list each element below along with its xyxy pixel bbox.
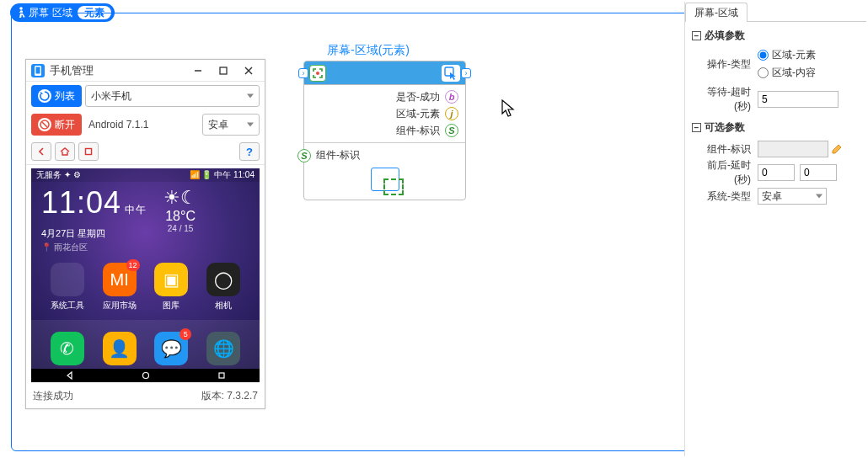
app-icon: ◯	[206, 263, 240, 296]
phone-icon	[31, 64, 45, 77]
port-bool-icon[interactable]: b	[445, 90, 458, 104]
delay-before-input[interactable]	[758, 164, 795, 181]
device-select[interactable]: 小米手机	[85, 85, 260, 107]
list-button[interactable]: 列表	[31, 85, 82, 107]
phone-clock-date: 4月27日 星期四	[41, 227, 147, 240]
app-图库[interactable]: ▣图库	[146, 263, 198, 312]
node-in-port[interactable]: S	[297, 149, 311, 162]
platform-select[interactable]: 安卓	[202, 114, 260, 136]
properties-panel: 屏幕-区域 − 必填参数 操作-类型 区域-元素 区域-内容 等待-超时(秒) …	[684, 2, 866, 456]
capture-icon	[309, 65, 326, 82]
phone-status-left: 无服务 ✦ ⚙	[36, 169, 81, 181]
node-output-port[interactable]: ›	[461, 68, 471, 78]
app-icon: 💬5	[154, 332, 188, 365]
component-id-input[interactable]	[758, 141, 828, 157]
app-dock[interactable]: 💬5	[146, 332, 198, 365]
collapse-icon: −	[692, 123, 701, 132]
wait-timeout-label: 等待-超时(秒)	[692, 85, 758, 114]
badge: 5	[179, 328, 191, 340]
app-label: 系统工具	[51, 300, 84, 312]
phone-weather: ☀︎☾ 18°C 24 / 15	[163, 189, 197, 233]
select-cursor-icon	[442, 65, 460, 82]
system-type-label: 系统-类型	[692, 189, 758, 204]
connection-status: 连接成功	[33, 389, 73, 403]
nav-recent-button[interactable]	[78, 142, 99, 161]
softkey-recent-icon	[217, 371, 226, 380]
port-string-icon[interactable]: S	[445, 124, 458, 137]
node-title: 屏幕-区域(元素)	[327, 43, 410, 58]
svg-rect-4	[220, 67, 227, 74]
node-in-id: 组件-标识	[316, 148, 360, 162]
node-input-port[interactable]: ›	[298, 68, 308, 78]
app-应用市场[interactable]: MI12应用市场	[94, 263, 146, 312]
refresh-icon	[38, 89, 51, 103]
wait-timeout-input[interactable]	[758, 91, 839, 108]
softkey-back-icon	[65, 371, 75, 380]
tab-screen-region[interactable]: 屏幕-区域	[685, 3, 747, 22]
disconnect-button-label: 断开	[55, 118, 75, 132]
app-label: 应用市场	[103, 300, 137, 312]
delay-after-input[interactable]	[800, 164, 837, 181]
collapse-icon: −	[692, 31, 701, 40]
list-button-label: 列表	[55, 89, 75, 104]
nav-home-button[interactable]	[55, 142, 75, 161]
app-dock[interactable]: 👤	[94, 332, 146, 365]
phone-softkeys[interactable]	[31, 369, 260, 382]
block-node[interactable]: › › 是否-成功b 区域-元素j 组件-标识S S 组件-标识	[303, 61, 466, 200]
badge: 12	[126, 259, 140, 271]
phone-screen[interactable]: 无服务 ✦ ⚙ 📶 🔋 中午 11:04 11:04中午 4月27日 星期四 📍…	[31, 168, 260, 382]
op-type-element[interactable]: 区域-元素	[758, 48, 816, 62]
phone-status-right: 📶 🔋 中午 11:04	[190, 169, 255, 181]
node-out-id: 组件-标识	[396, 124, 440, 138]
app-dock[interactable]: 🌐	[197, 332, 249, 365]
phone-clock-time: 11:04中午	[41, 189, 147, 224]
component-id-label: 组件-标识	[692, 142, 758, 157]
svg-rect-9	[86, 149, 92, 155]
app-dock[interactable]: ✆	[41, 332, 94, 365]
region-select-icon	[371, 168, 399, 191]
group-required[interactable]: − 必填参数	[692, 29, 860, 43]
op-type-label: 操作-类型	[692, 57, 758, 72]
system-type-select[interactable]: 安卓	[758, 188, 827, 205]
maximize-button[interactable]	[211, 61, 236, 81]
platform-selected: 安卓	[208, 118, 228, 132]
phone-manager-window[interactable]: 手机管理 列表 小米手机 断开 Android 7.1.1 安卓	[25, 59, 265, 409]
help-button[interactable]: ?	[239, 142, 260, 161]
group-optional[interactable]: − 可选参数	[692, 120, 860, 135]
nav-back-button[interactable]	[31, 142, 51, 161]
window-title: 手机管理	[50, 63, 185, 78]
svg-point-0	[19, 7, 23, 10]
svg-rect-11	[219, 373, 224, 378]
delay-label: 前后-延时(秒)	[692, 158, 758, 187]
android-version: Android 7.1.1	[85, 119, 199, 130]
svg-line-8	[42, 122, 47, 127]
app-icon: ▣	[154, 263, 188, 296]
app-系统工具[interactable]: 系统工具	[41, 263, 94, 312]
stop-icon	[38, 118, 51, 131]
node-out-success: 是否-成功	[396, 90, 440, 104]
app-相机[interactable]: ◯相机	[197, 263, 249, 312]
minimize-button[interactable]	[185, 61, 211, 81]
device-selected: 小米手机	[91, 89, 131, 104]
op-type-content[interactable]: 区域-内容	[758, 66, 816, 80]
disconnect-button[interactable]: 断开	[31, 114, 82, 136]
app-icon: MI12	[103, 263, 137, 296]
phone-clock-location: 📍 雨花台区	[41, 242, 147, 253]
app-icon: 👤	[103, 332, 137, 365]
app-icon: ✆	[51, 332, 84, 365]
softkey-home-icon	[142, 371, 150, 380]
svg-point-12	[316, 72, 319, 75]
node-out-element: 区域-元素	[396, 107, 440, 121]
app-label: 图库	[163, 300, 179, 312]
app-icon	[51, 263, 84, 296]
app-label: 相机	[215, 300, 232, 312]
svg-rect-2	[36, 67, 40, 73]
app-icon: 🌐	[206, 332, 240, 365]
close-button[interactable]	[236, 61, 261, 81]
weather-icon: ☀︎☾	[163, 189, 197, 207]
port-json-icon[interactable]: j	[445, 107, 458, 120]
edit-icon[interactable]	[830, 142, 844, 156]
version-label: 版本: 7.3.2.7	[201, 389, 258, 403]
svg-point-10	[143, 373, 149, 379]
